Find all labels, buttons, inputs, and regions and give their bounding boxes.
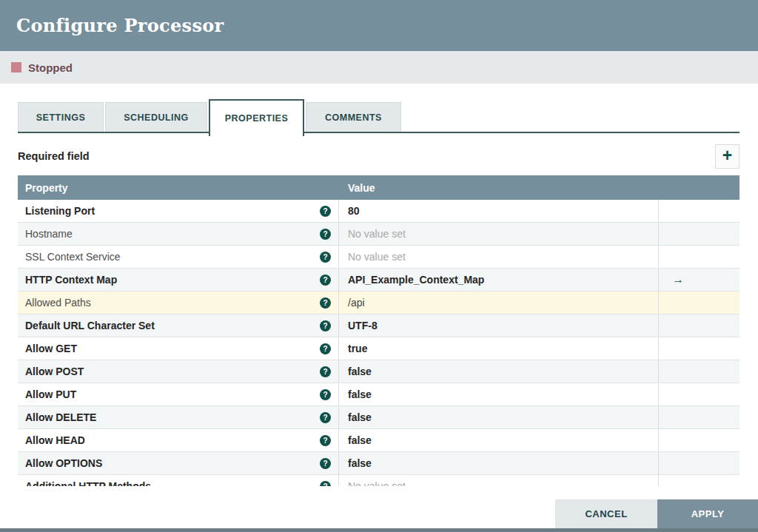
property-cell: Allowed Paths ? <box>18 292 339 314</box>
property-label: Allow POST <box>25 366 84 377</box>
cancel-button[interactable]: CANCEL <box>555 499 657 528</box>
tab-comments[interactable]: COMMENTS <box>306 102 401 132</box>
help-icon[interactable]: ? <box>320 343 331 354</box>
extra-cell <box>659 314 739 337</box>
extra-cell <box>659 452 739 474</box>
extra-cell <box>659 223 739 245</box>
table-row: Default URL Character Set ? UTF-8 <box>18 314 739 337</box>
help-icon[interactable]: ? <box>320 458 331 469</box>
dialog-content: SETTINGS SCHEDULING PROPERTIES COMMENTS … <box>0 98 758 486</box>
table-row: HTTP Context Map ? API_Example_Context_M… <box>18 269 739 292</box>
property-value[interactable]: false <box>339 406 659 428</box>
table-row: Allow OPTIONS ? false <box>18 452 739 475</box>
property-cell: Hostname ? <box>18 223 339 245</box>
help-icon[interactable]: ? <box>320 389 331 400</box>
extra-cell <box>659 429 739 451</box>
help-icon[interactable]: ? <box>320 206 331 217</box>
properties-table: Property Value Listening Port ? 80 Hostn… <box>18 175 739 486</box>
property-value[interactable]: false <box>339 360 659 383</box>
property-value[interactable]: true <box>339 337 659 360</box>
tab-settings-label: SETTINGS <box>36 112 86 123</box>
property-value[interactable]: 80 <box>339 200 659 222</box>
table-row: Allowed Paths ? /api <box>18 292 739 314</box>
property-label: Allow HEAD <box>25 434 85 446</box>
extra-cell <box>659 292 739 314</box>
property-cell: Allow POST ? <box>18 360 339 383</box>
property-value[interactable]: false <box>339 429 659 451</box>
help-icon[interactable]: ? <box>320 252 331 263</box>
property-cell: Listening Port ? <box>18 200 339 222</box>
goto-service-icon[interactable]: → <box>672 273 684 286</box>
dialog-title: Configure Processor <box>16 15 224 36</box>
property-label: Hostname <box>25 228 73 240</box>
property-value[interactable]: false <box>339 452 659 474</box>
table-row: Allow POST ? false <box>18 360 739 383</box>
help-icon[interactable]: ? <box>320 275 331 286</box>
dialog-header: Configure Processor <box>0 0 758 51</box>
property-cell: Allow HEAD ? <box>18 429 339 451</box>
property-cell: Allow OPTIONS ? <box>18 452 339 474</box>
help-icon[interactable]: ? <box>320 435 331 446</box>
extra-cell <box>659 337 739 360</box>
apply-button[interactable]: APPLY <box>657 499 758 528</box>
property-value[interactable]: No value set <box>339 223 659 245</box>
property-value[interactable]: /api <box>339 292 659 314</box>
property-cell: Default URL Character Set ? <box>18 314 339 337</box>
help-icon[interactable]: ? <box>320 297 331 309</box>
table-row: Allow PUT ? false <box>18 383 739 406</box>
help-icon[interactable]: ? <box>320 481 331 487</box>
tab-properties[interactable]: PROPERTIES <box>209 99 304 136</box>
table-row: Allow DELETE ? false <box>18 406 739 429</box>
dialog-footer: CANCEL APPLY <box>555 499 758 528</box>
property-value[interactable]: API_Example_Context_Map <box>339 269 659 291</box>
properties-toolbar: Required field + <box>18 141 739 171</box>
table-header: Property Value <box>18 175 739 200</box>
help-icon[interactable]: ? <box>320 229 331 240</box>
property-cell: Allow DELETE ? <box>18 406 339 428</box>
extra-cell <box>659 383 739 405</box>
extra-cell: → <box>659 269 739 291</box>
property-label: Additional HTTP Methods <box>25 480 151 486</box>
property-value[interactable]: No value set <box>339 475 659 486</box>
property-value[interactable]: UTF-8 <box>339 314 659 337</box>
stopped-status-icon <box>11 62 21 73</box>
status-label: Stopped <box>28 61 73 74</box>
property-cell: Allow PUT ? <box>18 383 339 405</box>
table-row: Allow HEAD ? false <box>18 429 739 452</box>
property-label: Allow GET <box>25 343 77 354</box>
property-label: Allow OPTIONS <box>25 457 102 469</box>
property-label: Default URL Character Set <box>25 320 155 331</box>
tab-properties-label: PROPERTIES <box>225 113 289 124</box>
table-row: Listening Port ? 80 <box>18 200 739 223</box>
table-row: Additional HTTP Methods ? No value set <box>18 475 739 486</box>
property-cell: HTTP Context Map ? <box>18 269 339 291</box>
property-cell: Additional HTTP Methods ? <box>18 475 339 486</box>
add-property-button[interactable]: + <box>715 144 739 169</box>
tab-scheduling[interactable]: SCHEDULING <box>105 102 207 132</box>
extra-cell <box>659 200 739 222</box>
extra-cell <box>659 406 739 428</box>
extra-cell <box>659 360 739 383</box>
properties-table-body: Listening Port ? 80 Hostname ? No value … <box>18 200 739 486</box>
table-row: SSL Context Service ? No value set <box>18 246 739 269</box>
property-label: Listening Port <box>25 205 95 217</box>
status-bar: Stopped <box>0 51 758 84</box>
help-icon[interactable]: ? <box>320 412 331 423</box>
property-label: Allowed Paths <box>25 297 91 309</box>
property-label: Allow PUT <box>25 388 76 400</box>
extra-cell <box>659 475 739 486</box>
tab-scheduling-label: SCHEDULING <box>124 112 189 123</box>
dialog-bottom-edge <box>0 528 758 532</box>
help-icon[interactable]: ? <box>320 366 331 377</box>
property-cell: Allow GET ? <box>18 337 339 360</box>
help-icon[interactable]: ? <box>320 320 331 331</box>
property-label: HTTP Context Map <box>25 274 117 286</box>
property-column-header: Property <box>18 182 339 194</box>
property-cell: SSL Context Service ? <box>18 246 339 268</box>
property-value[interactable]: false <box>339 383 659 405</box>
table-row: Allow GET ? true <box>18 337 739 360</box>
property-label: SSL Context Service <box>25 251 121 263</box>
tab-strip: SETTINGS SCHEDULING PROPERTIES COMMENTS <box>18 98 739 133</box>
tab-settings[interactable]: SETTINGS <box>18 102 104 132</box>
property-value[interactable]: No value set <box>339 246 659 268</box>
